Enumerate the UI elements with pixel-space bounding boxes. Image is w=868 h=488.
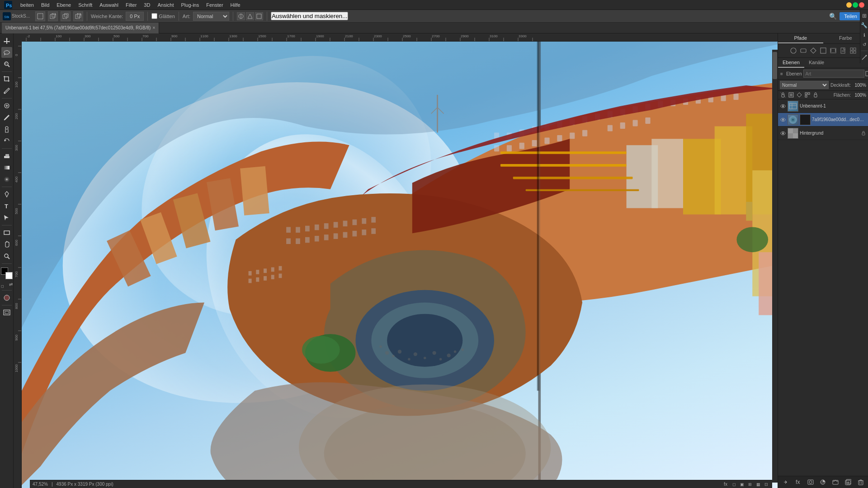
opt-btn-new-selection[interactable] bbox=[35, 11, 45, 21]
text-tool[interactable]: T bbox=[1, 201, 12, 211]
adj-film[interactable] bbox=[829, 47, 837, 55]
status-icon-2[interactable]: ▣ bbox=[739, 481, 745, 488]
select-mask-button[interactable]: Auswählen und maskieren... bbox=[271, 12, 348, 20]
kind-pixel-icon[interactable] bbox=[865, 70, 868, 77]
menu-ebene[interactable]: Ebene bbox=[53, 1, 74, 9]
move-tool[interactable] bbox=[1, 35, 12, 46]
right-icon-pen[interactable] bbox=[860, 53, 868, 61]
heal-brush-tool[interactable] bbox=[1, 100, 12, 111]
lock-all-icon[interactable] bbox=[812, 92, 819, 98]
group-layers-icon[interactable] bbox=[831, 478, 840, 486]
add-mask-icon[interactable] bbox=[807, 478, 815, 486]
svg-text:×: × bbox=[80, 13, 81, 16]
opt-icon-3[interactable] bbox=[255, 12, 263, 20]
status-icon-3[interactable]: ⊞ bbox=[747, 481, 753, 488]
screen-mode-tool[interactable] bbox=[1, 307, 12, 318]
doc-tab-close[interactable]: × bbox=[152, 25, 155, 30]
close-button[interactable] bbox=[859, 2, 864, 8]
menu-schrift[interactable]: Schrift bbox=[75, 1, 95, 9]
eyedropper-tool[interactable] bbox=[1, 85, 12, 96]
layer-row[interactable]: Hintergrund bbox=[778, 127, 868, 140]
add-style-icon[interactable]: fx bbox=[794, 478, 802, 486]
status-icon-1[interactable]: ◻ bbox=[731, 481, 737, 488]
layer-visibility-toggle[interactable] bbox=[780, 103, 786, 109]
new-layer-icon[interactable] bbox=[844, 478, 852, 486]
history-brush-tool[interactable] bbox=[1, 136, 12, 146]
menu-plugins[interactable]: Plug-ins bbox=[178, 1, 203, 9]
default-colors-icon[interactable]: ◻ bbox=[1, 284, 4, 288]
right-icon-layers[interactable]: ⊞ bbox=[860, 12, 868, 20]
tab-pfade[interactable]: Pfade bbox=[778, 33, 823, 43]
quick-select-tool[interactable]: W bbox=[1, 59, 12, 70]
opt-icon-1[interactable] bbox=[237, 12, 245, 20]
tab-ebenen[interactable]: Ebenen bbox=[778, 58, 804, 68]
menu-hilfe[interactable]: Hilfe bbox=[227, 1, 244, 9]
path-select-tool[interactable] bbox=[1, 212, 12, 223]
status-icon-5[interactable]: ⊡ bbox=[763, 481, 769, 488]
opt-icon-2[interactable] bbox=[246, 12, 254, 20]
adj-page[interactable] bbox=[839, 47, 847, 55]
adj-rounded-rect[interactable] bbox=[799, 47, 807, 55]
lasso-tool[interactable] bbox=[1, 47, 12, 58]
status-icon-fx[interactable]: fx bbox=[722, 481, 729, 488]
color-swatches[interactable] bbox=[1, 267, 13, 279]
hand-tool[interactable] bbox=[1, 239, 12, 250]
layer-row[interactable]: Unbenannt-1 bbox=[778, 99, 868, 113]
clone-stamp-tool[interactable] bbox=[1, 124, 12, 135]
swap-colors-icon[interactable]: ⇌ bbox=[9, 282, 13, 287]
status-icon-4[interactable]: ▦ bbox=[755, 481, 761, 488]
layer-row[interactable]: 7a9f1960ae00dd...dec012503e4d9 bbox=[778, 113, 868, 127]
smooth-checkbox[interactable] bbox=[151, 13, 157, 19]
lock-pixels-icon[interactable] bbox=[788, 92, 794, 98]
opt-btn-add-selection[interactable]: + bbox=[48, 11, 58, 21]
art-select[interactable]: Normal Fest Mittelton Hintergrund bbox=[193, 12, 229, 21]
lock-position-icon[interactable] bbox=[796, 92, 802, 98]
minimize-button[interactable] bbox=[846, 2, 852, 8]
brush-tool[interactable] bbox=[1, 112, 12, 123]
blend-mode-select[interactable]: Normal Aufhellen Abdunkeln Multipliziere… bbox=[780, 81, 829, 89]
bg-color[interactable] bbox=[5, 272, 13, 279]
adj-circle[interactable] bbox=[789, 47, 797, 55]
lock-artboards-icon[interactable] bbox=[804, 92, 811, 98]
quick-mask-tool[interactable] bbox=[1, 292, 12, 303]
vertical-scrollbar[interactable] bbox=[772, 50, 778, 483]
share-button[interactable]: Teilen bbox=[840, 12, 862, 20]
menu-filter[interactable]: Filter bbox=[123, 1, 140, 9]
menu-auswahl[interactable]: Auswahl bbox=[96, 1, 122, 9]
blur-tool[interactable] bbox=[1, 174, 12, 185]
search-icon[interactable]: 🔍 bbox=[829, 13, 837, 20]
menu-bild[interactable]: Bild bbox=[38, 1, 52, 9]
menu-fenster[interactable]: Fenster bbox=[203, 1, 226, 9]
lock-transparent-icon[interactable] bbox=[780, 92, 786, 98]
crop-tool[interactable] bbox=[1, 74, 12, 84]
document-tab[interactable]: Unbenannt-1 bei 47,5% (7a9f1960ae00dd9fc… bbox=[2, 23, 159, 33]
zoom-tool[interactable] bbox=[1, 251, 12, 262]
right-icon-hist[interactable]: ↺ bbox=[860, 40, 868, 48]
menu-3d[interactable]: 3D bbox=[141, 1, 153, 9]
svg-rect-124 bbox=[371, 217, 376, 223]
menu-beiten[interactable]: beiten bbox=[17, 1, 37, 9]
feather-input[interactable] bbox=[126, 12, 144, 21]
gradient-tool[interactable] bbox=[1, 162, 12, 173]
vertical-scroll-handle[interactable] bbox=[773, 52, 777, 79]
add-adjustment-icon[interactable] bbox=[819, 478, 827, 486]
opt-btn-intersect-selection[interactable]: × bbox=[73, 11, 83, 21]
right-icon-info[interactable]: ℹ bbox=[860, 31, 868, 39]
layer-visibility-toggle[interactable] bbox=[780, 130, 786, 136]
adj-grid[interactable] bbox=[849, 47, 857, 55]
menu-ansicht[interactable]: Ansicht bbox=[154, 1, 177, 9]
layer-visibility-toggle[interactable] bbox=[780, 117, 786, 123]
pen-tool[interactable] bbox=[1, 189, 12, 200]
canvas-viewport[interactable]: 47,52% | 4936 Px x 3319 Px (300 ppi) fx … bbox=[22, 42, 778, 488]
adj-square[interactable] bbox=[819, 47, 827, 55]
opt-btn-subtract-selection[interactable]: - bbox=[61, 11, 71, 21]
delete-layer-icon[interactable] bbox=[857, 478, 865, 486]
rectangle-tool[interactable] bbox=[1, 227, 12, 238]
eraser-tool[interactable] bbox=[1, 150, 12, 161]
maximize-button[interactable] bbox=[853, 2, 858, 8]
right-icon-props[interactable]: 🔧 bbox=[860, 21, 868, 29]
layer-search-input[interactable] bbox=[803, 70, 864, 78]
adj-diamond[interactable] bbox=[809, 47, 817, 55]
link-layers-icon[interactable] bbox=[781, 478, 789, 486]
tab-kanaele[interactable]: Kanäle bbox=[804, 58, 829, 68]
